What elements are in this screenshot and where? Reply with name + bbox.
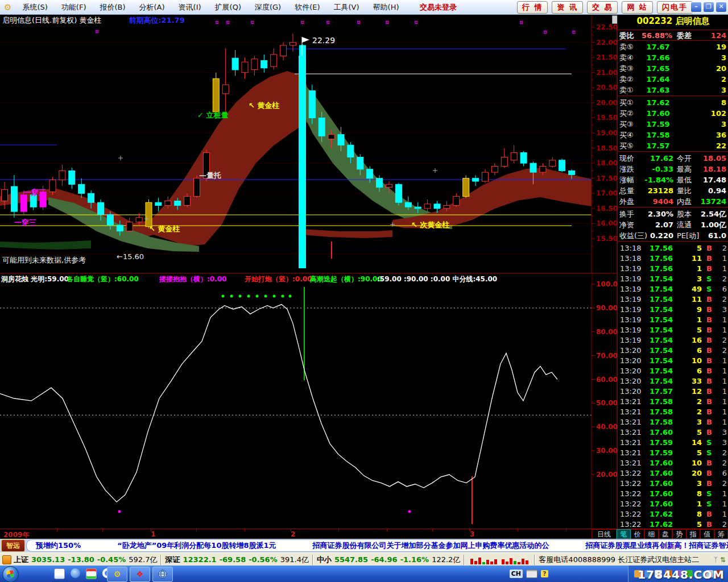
stock-app-button[interactable]: ⚙ <box>107 567 127 582</box>
notes-icon[interactable] <box>54 568 65 579</box>
signal-marker: ¤ <box>519 19 523 26</box>
menu-item-7[interactable]: 深度(G) <box>248 0 288 14</box>
field-label: 流通 <box>677 219 692 230</box>
menu-item-9[interactable]: 工具(V) <box>327 0 366 14</box>
news-ticker-strip[interactable]: 预增约150%“卧龙地产”09年利润分配每10股转增8股派1元招商证券股份有限公… <box>26 539 728 552</box>
candle-body <box>69 171 75 184</box>
toolbox-icon[interactable] <box>86 568 97 579</box>
tape-count: 2 <box>722 519 727 530</box>
candle-body <box>520 153 527 164</box>
menu-item-8[interactable]: 软件(E) <box>288 0 326 14</box>
start-button[interactable] <box>2 566 19 582</box>
index-amount: 592.7亿 <box>129 555 157 565</box>
tab-势[interactable]: 势 <box>672 529 686 539</box>
menu-item-10[interactable]: 帮助(H) <box>366 0 406 14</box>
restore-button[interactable]: ❐ <box>703 2 714 13</box>
nav-button-网站[interactable]: 网 站 <box>622 1 653 14</box>
tape-row: 13:1917.5411B2 <box>618 294 728 305</box>
tape-side: B <box>706 427 712 438</box>
app-gear-icon[interactable]: ⚙ <box>4 2 11 13</box>
tab-指[interactable]: 指 <box>686 529 701 539</box>
price-axis-label: 17.00 <box>596 189 617 197</box>
main-chart-area[interactable]: 启明信息(日线.前复权) 黄金柱前期高位:21.79 22.29←15.60可能… <box>0 14 617 273</box>
zhiyuan-badge[interactable]: 智远 <box>1 539 25 552</box>
field-value: 2.54亿 <box>701 209 726 219</box>
tab-筹[interactable]: 筹 <box>714 529 728 539</box>
tape-time: 13:21 <box>620 427 641 438</box>
signal-marker: ¤ <box>357 19 361 26</box>
nav-button-闪电手[interactable]: 闪电手 <box>657 1 693 14</box>
magenta-signal-dot <box>408 510 411 513</box>
tape-row: 13:2117.6010B2 <box>618 458 728 468</box>
tape-price: 17.58 <box>650 407 673 417</box>
candle-body <box>88 193 94 202</box>
close-button[interactable]: ✕ <box>715 2 727 13</box>
field-label: 股本 <box>677 209 692 219</box>
tape-row: 13:1917.5416B2 <box>618 335 728 346</box>
menu-item-2[interactable]: 功能(F) <box>55 0 93 14</box>
orderbook-row: 卖④17.663 <box>618 52 728 63</box>
language-indicator[interactable]: CH <box>510 569 523 578</box>
nav-button-交易[interactable]: 交 易 <box>587 1 618 14</box>
menu-item-1[interactable]: 系统(S) <box>15 0 54 14</box>
indicator-chart-canvas[interactable]: 100.090.0080.0070.0060.0050.0040.0030.00… <box>0 273 617 529</box>
windows-logo-icon <box>6 570 14 578</box>
diamond-app-button[interactable]: ❖ <box>130 567 150 582</box>
tape-time: 13:19 <box>620 325 641 335</box>
tape-time: 13:20 <box>620 366 641 376</box>
tab-细[interactable]: 细 <box>644 529 659 539</box>
tape-count: 1 <box>722 366 727 376</box>
tab-period[interactable]: 日线 <box>592 529 617 539</box>
tape-price: 17.57 <box>650 386 673 397</box>
low-price-label: ←15.60 <box>117 252 144 261</box>
candle-body <box>357 157 363 169</box>
nav-button-行情[interactable]: 行 情 <box>517 1 548 14</box>
tape-count: 1 <box>722 253 727 264</box>
help-icon[interactable]: ? <box>541 570 548 577</box>
tape-count: 2 <box>722 448 727 458</box>
menu-item-5[interactable]: 资讯(I) <box>172 0 208 14</box>
messenger-icon[interactable] <box>71 568 80 578</box>
tab-笔[interactable]: 笔 <box>617 529 631 539</box>
chart-annotation: ↖ 次黄金柱 <box>411 221 449 229</box>
tape-side: B <box>706 407 712 417</box>
panel-tabs: 日线笔价细盘势指值筹 <box>592 529 728 539</box>
tape-time: 13:19 <box>620 315 641 325</box>
tape-count: 6 <box>722 468 727 479</box>
separator <box>534 555 535 565</box>
index-label: 上证 <box>14 555 28 565</box>
app-window: ⚙ 系统(S)功能(F)报价(B)分析(A)资讯(I)扩展(Q)深度(G)软件(… <box>0 0 728 582</box>
keyboard-icon[interactable] <box>526 569 537 578</box>
news-item: “卧龙地产”09年利润分配每10股转增8股派1元 <box>117 541 276 551</box>
tape-volume: 10 <box>679 356 702 366</box>
tab-值[interactable]: 值 <box>700 529 714 539</box>
tape-side: B <box>706 294 712 305</box>
indicator-param: 洞房花烛 光明:59.00 <box>1 275 69 284</box>
status-app-icon[interactable] <box>2 555 11 564</box>
candle-body <box>155 202 162 205</box>
tape-count: 2 <box>722 274 727 284</box>
nav-button-资讯[interactable]: 资 讯 <box>552 1 583 14</box>
candle-body <box>107 214 113 225</box>
tape-side: B <box>706 366 712 376</box>
candle-body <box>530 163 536 172</box>
minibar-block <box>510 558 512 564</box>
indicator-axis-label: 40.00 <box>596 423 617 431</box>
tape-time: 13:20 <box>620 356 641 366</box>
menu-item-6[interactable]: 扩展(Q) <box>208 0 248 14</box>
candlestick-chart-canvas[interactable]: 22.29←15.60可能用到未来数据,供参考✓ 立桩量↖ 黄金柱—量托一穿三一… <box>0 14 617 273</box>
tape-row: 13:2117.583B1 <box>618 417 728 427</box>
tape-volume: 8 <box>679 509 702 519</box>
tape-volume: 6 <box>679 346 702 356</box>
panel-separator <box>618 151 728 152</box>
menu-item-3[interactable]: 报价(B) <box>93 0 132 14</box>
minimize-button[interactable]: – <box>690 2 702 13</box>
globe-app-button[interactable] <box>152 567 173 582</box>
green-signal-dot <box>282 294 284 297</box>
tape-side: S <box>706 499 712 509</box>
tab-价[interactable]: 价 <box>631 529 645 539</box>
tape-price: 17.56 <box>650 264 673 274</box>
tape-row: 13:2217.608S1 <box>618 489 728 499</box>
tab-盘[interactable]: 盘 <box>659 529 673 539</box>
menu-item-4[interactable]: 分析(A) <box>133 0 172 14</box>
